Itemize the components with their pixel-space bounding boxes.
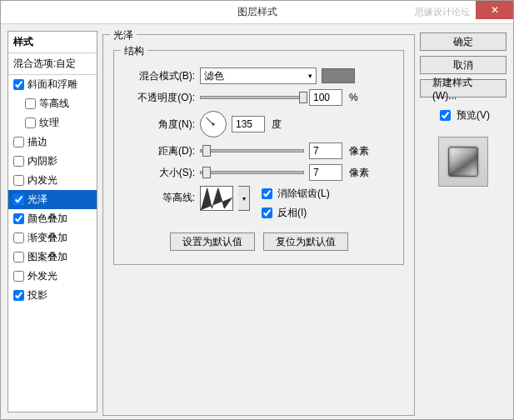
set-default-button[interactable]: 设置为默认值 [170, 232, 255, 251]
opacity-label: 不透明度(O): [124, 91, 195, 105]
invert-input[interactable] [262, 208, 272, 218]
structure-title: 结构 [121, 44, 147, 58]
style-item-label: 渐变叠加 [27, 231, 67, 245]
size-slider-thumb[interactable] [202, 167, 211, 178]
style-item-3[interactable]: 描边 [8, 132, 97, 152]
styles-header: 样式 [8, 32, 97, 53]
style-item-label: 图案叠加 [27, 250, 67, 264]
style-item-checkbox[interactable] [25, 98, 36, 109]
style-item-11[interactable]: 投影 [8, 286, 97, 305]
close-icon: ✕ [491, 4, 499, 16]
contour-dropdown-button[interactable]: ▾ [238, 186, 250, 211]
angle-dial[interactable] [200, 111, 227, 138]
cancel-button[interactable]: 取消 [420, 56, 507, 74]
styles-column: 样式 混合选项:自定 斜面和浮雕等高线纹理描边内阴影内发光光泽颜色叠加渐变叠加图… [7, 31, 97, 412]
chevron-down-icon: ▾ [308, 72, 312, 80]
titlebar: 图层样式 思缘设计论坛 ✕ [1, 1, 513, 24]
distance-label: 距离(D): [124, 144, 195, 158]
contour-checks: 消除锯齿(L) 反相(I) [258, 186, 330, 221]
blend-mode-label: 混合模式(B): [124, 69, 195, 83]
style-item-checkbox[interactable] [13, 290, 24, 301]
antialias-input[interactable] [262, 188, 272, 199]
opacity-slider[interactable] [200, 96, 304, 99]
style-item-6[interactable]: 光泽 [8, 190, 97, 209]
antialias-checkbox[interactable]: 消除锯齿(L) [258, 186, 330, 202]
style-item-7[interactable]: 颜色叠加 [8, 209, 97, 228]
distance-slider[interactable] [200, 149, 304, 152]
opacity-row: 不透明度(O): % [124, 89, 393, 106]
close-button[interactable]: ✕ [476, 1, 513, 19]
style-item-label: 内阴影 [27, 154, 57, 168]
style-item-checkbox[interactable] [13, 252, 24, 262]
style-item-label: 等高线 [39, 97, 69, 111]
contour-picker[interactable] [200, 186, 233, 211]
size-slider[interactable] [200, 171, 304, 174]
style-item-checkbox[interactable] [13, 213, 24, 224]
style-item-checkbox[interactable] [13, 79, 24, 90]
blend-options-row[interactable]: 混合选项:自定 [8, 53, 97, 75]
contour-label: 等高线: [124, 186, 195, 205]
preview-input[interactable] [440, 110, 451, 121]
style-item-8[interactable]: 渐变叠加 [8, 228, 97, 248]
angle-row: 角度(N): 度 [124, 111, 393, 138]
angle-label: 角度(N): [124, 118, 195, 132]
invert-checkbox[interactable]: 反相(I) [258, 205, 330, 221]
layer-style-dialog: 图层样式 思缘设计论坛 ✕ 样式 混合选项:自定 斜面和浮雕等高线纹理描边内阴影… [0, 0, 514, 420]
style-item-checkbox[interactable] [25, 118, 36, 128]
style-item-label: 投影 [27, 288, 47, 302]
dialog-body: 样式 混合选项:自定 斜面和浮雕等高线纹理描边内阴影内发光光泽颜色叠加渐变叠加图… [1, 24, 513, 419]
style-item-checkbox[interactable] [13, 194, 24, 205]
blend-mode-value: 滤色 [204, 69, 224, 83]
defaults-row: 设置为默认值 复位为默认值 [124, 232, 393, 251]
style-item-checkbox[interactable] [13, 137, 24, 148]
contour-curve-icon [201, 187, 232, 210]
watermark-text: 思缘设计论坛 [415, 6, 470, 18]
styles-listbox: 样式 混合选项:自定 斜面和浮雕等高线纹理描边内阴影内发光光泽颜色叠加渐变叠加图… [7, 31, 97, 412]
style-item-checkbox[interactable] [13, 271, 24, 282]
angle-input[interactable] [232, 116, 265, 132]
style-item-1[interactable]: 等高线 [8, 94, 97, 113]
size-label: 大小(S): [124, 166, 195, 180]
effect-panel: 光泽 结构 混合模式(B): 滤色 ▾ 不透明度(O): [102, 34, 415, 416]
distance-unit: 像素 [349, 144, 369, 158]
distance-slider-thumb[interactable] [202, 145, 211, 157]
style-item-0[interactable]: 斜面和浮雕 [8, 75, 97, 94]
style-item-5[interactable]: 内发光 [8, 171, 97, 190]
blend-mode-select[interactable]: 滤色 ▾ [200, 68, 317, 84]
contour-row: 等高线: ▾ 消除锯齿(L) [124, 186, 393, 221]
style-item-label: 纹理 [39, 116, 59, 130]
reset-default-button[interactable]: 复位为默认值 [263, 232, 348, 251]
distance-row: 距离(D): 像素 [124, 142, 393, 159]
style-item-label: 内发光 [27, 173, 57, 188]
window-title: 图层样式 [237, 5, 277, 19]
invert-label: 反相(I) [277, 206, 307, 220]
size-input[interactable] [309, 164, 342, 181]
style-item-4[interactable]: 内阴影 [8, 152, 97, 171]
style-item-checkbox[interactable] [13, 232, 24, 243]
new-style-button[interactable]: 新建样式(W)... [420, 79, 507, 98]
ok-button[interactable]: 确定 [420, 32, 507, 51]
opacity-input[interactable] [309, 89, 342, 106]
preview-checkbox[interactable]: 预览(V) [420, 108, 507, 123]
actions-column: 确定 取消 新建样式(W)... 预览(V) [420, 31, 507, 412]
style-item-checkbox[interactable] [13, 175, 24, 186]
style-item-9[interactable]: 图案叠加 [8, 248, 97, 267]
style-item-label: 颜色叠加 [27, 212, 67, 226]
style-item-label: 外发光 [27, 269, 57, 283]
size-row: 大小(S): 像素 [124, 164, 393, 181]
style-item-label: 光泽 [27, 192, 47, 207]
style-item-checkbox[interactable] [13, 156, 24, 167]
color-swatch[interactable] [322, 68, 355, 83]
distance-input[interactable] [309, 142, 342, 159]
opacity-slider-thumb[interactable] [299, 92, 307, 103]
blend-mode-row: 混合模式(B): 滤色 ▾ [124, 68, 393, 84]
preview-label: 预览(V) [457, 108, 490, 122]
style-item-label: 描边 [27, 135, 47, 149]
antialias-label: 消除锯齿(L) [277, 187, 330, 201]
style-item-10[interactable]: 外发光 [8, 267, 97, 286]
preview-swatch-icon [448, 147, 478, 177]
style-item-2[interactable]: 纹理 [8, 113, 97, 132]
opacity-unit: % [349, 92, 358, 103]
style-item-label: 斜面和浮雕 [27, 78, 77, 92]
preview-thumbnail [438, 137, 488, 187]
